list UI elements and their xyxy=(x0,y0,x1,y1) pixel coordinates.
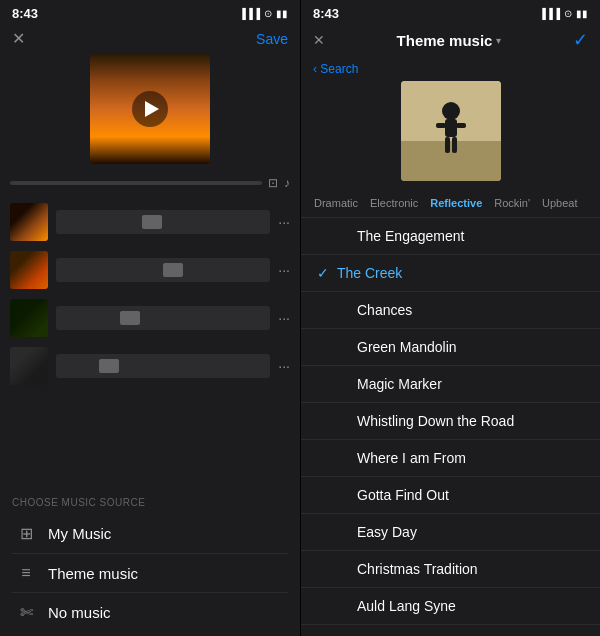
timeline-track[interactable] xyxy=(10,181,262,185)
music-icon[interactable]: ♪ xyxy=(284,176,290,190)
my-music-label: My Music xyxy=(48,525,111,542)
fullscreen-icon[interactable]: ⊡ xyxy=(268,176,278,190)
song-item[interactable]: Snowy Day xyxy=(301,625,600,636)
song-name: Magic Marker xyxy=(337,376,584,392)
no-music-label: No music xyxy=(48,604,111,621)
theme-music-item[interactable]: ≡ Theme music xyxy=(12,554,288,593)
clip-item[interactable]: ··· xyxy=(0,342,300,390)
svg-point-2 xyxy=(442,102,460,120)
signal-icon-right: ▐▐▐ xyxy=(539,8,560,19)
theme-music-label: Theme music xyxy=(48,565,138,582)
no-music-item[interactable]: ✄ No music xyxy=(12,593,288,632)
wifi-icon-left: ⊙ xyxy=(264,8,272,19)
right-panel: 8:43 ▐▐▐ ⊙ ▮▮ ✕ Theme music ▾ ✓ ‹ Search xyxy=(300,0,600,636)
clip-thumb-1 xyxy=(10,203,48,241)
save-button[interactable]: Save xyxy=(256,31,288,47)
child-svg xyxy=(401,81,501,181)
close-button-right[interactable]: ✕ xyxy=(313,32,325,48)
svg-rect-3 xyxy=(445,119,457,137)
song-name: Auld Lang Syne xyxy=(337,598,584,614)
status-icons-right: ▐▐▐ ⊙ ▮▮ xyxy=(539,8,588,19)
clip-list: ··· ··· ··· ··· xyxy=(0,194,300,489)
video-thumb-right xyxy=(401,81,501,181)
battery-icon-left: ▮▮ xyxy=(276,8,288,19)
status-bar-right: 8:43 ▐▐▐ ⊙ ▮▮ xyxy=(301,0,600,25)
my-music-item[interactable]: ⊞ My Music xyxy=(12,514,288,554)
song-name: Gotta Find Out xyxy=(337,487,584,503)
nav-bar-right: ✕ Theme music ▾ ✓ xyxy=(301,25,600,57)
battery-icon-right: ▮▮ xyxy=(576,8,588,19)
song-item[interactable]: Green Mandolin xyxy=(301,329,600,366)
wifi-icon-right: ⊙ xyxy=(564,8,572,19)
clip-waveform-2 xyxy=(56,258,270,282)
tab-electronic[interactable]: Electronic xyxy=(365,193,423,213)
song-item[interactable]: Chances xyxy=(301,292,600,329)
music-source-label: CHOOSE MUSIC SOURCE xyxy=(12,497,288,508)
clip-waveform-1 xyxy=(56,210,270,234)
timeline-bar: ⊡ ♪ xyxy=(0,172,300,194)
clip-item[interactable]: ··· xyxy=(0,246,300,294)
my-music-icon: ⊞ xyxy=(16,524,36,543)
status-bar-left: 8:43 ▐▐▐ ⊙ ▮▮ xyxy=(0,0,300,25)
play-icon xyxy=(145,101,159,117)
song-item[interactable]: Christmas Tradition xyxy=(301,551,600,588)
song-name: The Engagement xyxy=(337,228,584,244)
svg-rect-1 xyxy=(401,141,501,181)
chevron-down-icon[interactable]: ▾ xyxy=(496,35,501,46)
clip-more-3[interactable]: ··· xyxy=(278,310,290,326)
clip-waveform-4 xyxy=(56,354,270,378)
clip-more-4[interactable]: ··· xyxy=(278,358,290,374)
song-name: Whistling Down the Road xyxy=(337,413,584,429)
song-name: Christmas Tradition xyxy=(337,561,584,577)
song-name: Green Mandolin xyxy=(337,339,584,355)
song-item[interactable]: Magic Marker xyxy=(301,366,600,403)
genre-tabs: Dramatic Electronic Reflective Rockin' U… xyxy=(301,189,600,218)
song-item[interactable]: Auld Lang Syne xyxy=(301,588,600,625)
svg-rect-5 xyxy=(456,123,466,128)
clip-thumb-3 xyxy=(10,299,48,337)
nav-left-group: ✕ xyxy=(313,32,325,48)
tab-reflective[interactable]: Reflective xyxy=(425,193,487,213)
song-name-selected: The Creek xyxy=(337,265,584,281)
clip-more-2[interactable]: ··· xyxy=(278,262,290,278)
song-item[interactable]: Easy Day xyxy=(301,514,600,551)
video-image xyxy=(401,81,501,181)
left-panel: 8:43 ▐▐▐ ⊙ ▮▮ ✕ Save ⊡ ♪ ··· xyxy=(0,0,300,636)
back-label: ‹ Search xyxy=(313,62,358,76)
svg-rect-4 xyxy=(436,123,446,128)
song-list: The Engagement ✓ The Creek Chances Green… xyxy=(301,218,600,636)
song-selected-check: ✓ xyxy=(317,265,337,281)
song-name: Chances xyxy=(337,302,584,318)
clip-item[interactable]: ··· xyxy=(0,198,300,246)
clip-item[interactable]: ··· xyxy=(0,294,300,342)
tab-dramatic[interactable]: Dramatic xyxy=(309,193,363,213)
song-item-selected[interactable]: ✓ The Creek xyxy=(301,255,600,292)
song-name: Where I am From xyxy=(337,450,584,466)
music-source-section: CHOOSE MUSIC SOURCE ⊞ My Music ≡ Theme m… xyxy=(0,489,300,636)
clip-waveform-3 xyxy=(56,306,270,330)
clip-thumb-2 xyxy=(10,251,48,289)
video-preview-left[interactable] xyxy=(90,54,210,164)
svg-rect-7 xyxy=(452,137,457,153)
song-item[interactable]: The Engagement xyxy=(301,218,600,255)
nav-title-group: Theme music ▾ xyxy=(397,32,502,49)
tab-upbeat[interactable]: Upbeat xyxy=(537,193,582,213)
page-title-right: Theme music xyxy=(397,32,493,49)
song-name: Easy Day xyxy=(337,524,584,540)
no-music-icon: ✄ xyxy=(16,603,36,622)
theme-music-icon: ≡ xyxy=(16,564,36,582)
status-icons-left: ▐▐▐ ⊙ ▮▮ xyxy=(239,8,288,19)
song-item[interactable]: Whistling Down the Road xyxy=(301,403,600,440)
clip-more-1[interactable]: ··· xyxy=(278,214,290,230)
song-item[interactable]: Where I am From xyxy=(301,440,600,477)
song-item[interactable]: Gotta Find Out xyxy=(301,477,600,514)
svg-rect-6 xyxy=(445,137,450,153)
time-right: 8:43 xyxy=(313,6,339,21)
play-button[interactable] xyxy=(132,91,168,127)
confirm-button[interactable]: ✓ xyxy=(573,29,588,51)
clip-thumb-4 xyxy=(10,347,48,385)
tab-rockin[interactable]: Rockin' xyxy=(489,193,535,213)
back-search[interactable]: ‹ Search xyxy=(301,57,600,81)
time-left: 8:43 xyxy=(12,6,38,21)
close-button-left[interactable]: ✕ xyxy=(12,29,25,48)
